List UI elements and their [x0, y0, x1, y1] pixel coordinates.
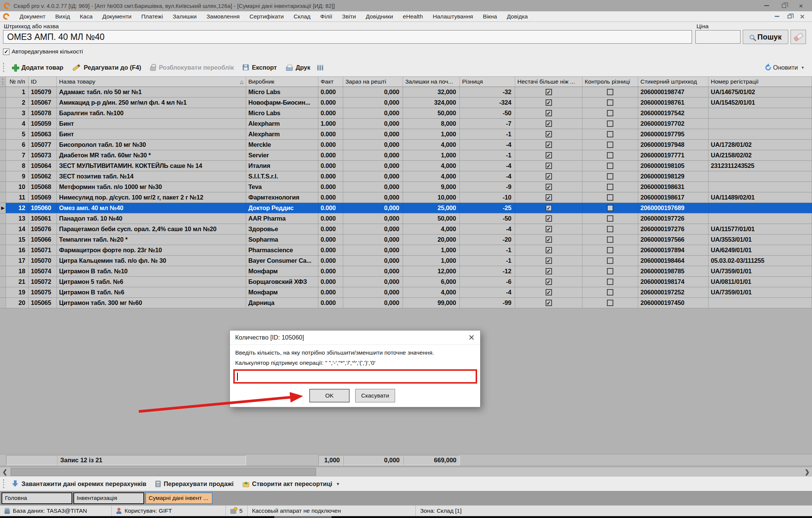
shortage-checkbox[interactable]: [546, 89, 552, 95]
control-checkbox[interactable]: [607, 236, 613, 243]
control-checkbox[interactable]: [607, 194, 613, 201]
control-checkbox[interactable]: [607, 289, 613, 296]
control-checkbox[interactable]: [607, 163, 613, 169]
tab-active[interactable]: Сумарні дані інвент ...: [145, 492, 213, 504]
menu-item[interactable]: Вихід: [50, 13, 75, 20]
load-recounts-button[interactable]: Завантажити дані окремих перерахунків: [8, 480, 151, 488]
menu-item[interactable]: Документи: [97, 13, 136, 20]
search-button[interactable]: Пошук: [743, 30, 788, 44]
act-dropdown-icon[interactable]: ▾: [337, 481, 339, 486]
shortage-checkbox[interactable]: [546, 268, 552, 274]
table-row[interactable]: 16 105071 Фармацитрон форте пор. 23г №10…: [0, 245, 812, 256]
shortage-checkbox[interactable]: [546, 99, 552, 106]
scroll-left-icon[interactable]: ❮: [0, 467, 10, 477]
table-row[interactable]: 20 105065 Цитрамон табл. 300 мг №60 Дарн…: [0, 298, 812, 308]
header-reg[interactable]: Номер регістрації: [709, 77, 812, 87]
unlock-recount-button[interactable]: Розблокувати переоблік: [146, 64, 238, 71]
control-checkbox[interactable]: [607, 300, 613, 306]
menu-item[interactable]: Замовлення: [202, 13, 245, 20]
control-checkbox[interactable]: [607, 110, 613, 116]
table-row[interactable]: 19 105075 Цитрамон В табл. №6 Монфарм 0.…: [0, 287, 812, 298]
header-num[interactable]: № п/п: [6, 77, 29, 87]
restore-icon[interactable]: [782, 4, 786, 8]
shortage-checkbox[interactable]: [546, 300, 552, 306]
control-checkbox[interactable]: [607, 215, 613, 222]
edit-button[interactable]: Редагувати до (F4): [68, 64, 146, 71]
mdi-restore-icon[interactable]: [788, 15, 792, 18]
control-checkbox[interactable]: [607, 257, 613, 264]
close-icon[interactable]: ×: [799, 2, 803, 9]
minimize-icon[interactable]: [764, 5, 769, 6]
header-start[interactable]: Залишки на поч...: [403, 77, 460, 87]
control-checkbox[interactable]: [607, 173, 613, 180]
menu-item[interactable]: Філії: [315, 13, 337, 20]
control-checkbox[interactable]: [607, 131, 613, 137]
menu-item[interactable]: Вікна: [478, 13, 502, 20]
dialog-close-icon[interactable]: ✕: [463, 331, 480, 344]
table-row[interactable]: 2 105067 Амикацид р-р д/ин. 250 мг/мл фл…: [0, 98, 812, 108]
control-checkbox[interactable]: [607, 279, 613, 285]
table-row[interactable]: 7 105073 Диабетон MR табл. 60мг №30 * Se…: [0, 150, 812, 161]
header-sticker[interactable]: Стикерний штрихкод: [638, 77, 709, 87]
header-id[interactable]: ID: [29, 77, 57, 87]
shortage-checkbox[interactable]: [546, 257, 552, 264]
table-row[interactable]: 21 105072 Цитрамон 5 табл. №6 Борщаговск…: [0, 277, 812, 287]
table-row[interactable]: 5 105063 Бинт Alexpharm 0.000 0,000 1,00…: [0, 129, 812, 140]
menu-item[interactable]: Налаштування: [428, 13, 478, 20]
ok-button[interactable]: OK: [309, 389, 350, 402]
table-row[interactable]: 9 105062 ЗЕСТ позитив табл. №14 S.I.I.T.…: [0, 171, 812, 182]
menu-item[interactable]: Документ: [15, 13, 50, 20]
table-row[interactable]: 4 105059 Бинт Alexpharm 1.000 0,000 8,00…: [0, 119, 812, 129]
tab-inactive[interactable]: Інвентаризація: [73, 492, 144, 504]
menu-item[interactable]: eHealth: [398, 13, 428, 20]
table-row[interactable]: 8 105064 ЗЕСТ МУЛЬТИВИТАМИН. КОКТЕЙЛЬ са…: [0, 161, 812, 171]
control-checkbox[interactable]: [607, 184, 613, 190]
header-now[interactable]: Зараз на решті: [343, 77, 403, 87]
shortage-checkbox[interactable]: [546, 131, 552, 137]
menu-item[interactable]: Звіти: [337, 13, 361, 20]
scroll-right-icon[interactable]: ❯: [802, 467, 812, 477]
shortage-checkbox[interactable]: [546, 152, 552, 158]
control-checkbox[interactable]: [607, 205, 613, 211]
header-name[interactable]: Назва товару △: [57, 77, 246, 87]
control-checkbox[interactable]: [607, 99, 613, 106]
shortage-checkbox[interactable]: [546, 236, 552, 243]
shortage-checkbox[interactable]: [546, 205, 552, 211]
recalc-sales-button[interactable]: Перерахувати продажі: [151, 480, 238, 488]
tab-inactive[interactable]: Головна: [2, 492, 72, 504]
shortage-checkbox[interactable]: [546, 110, 552, 116]
shortage-checkbox[interactable]: [546, 173, 552, 180]
control-checkbox[interactable]: [607, 152, 613, 158]
menu-item[interactable]: Платежі: [136, 13, 168, 20]
horizontal-scrollbar[interactable]: ❮ ❯: [0, 467, 812, 477]
shortage-checkbox[interactable]: [546, 289, 552, 296]
create-act-button[interactable]: Створити акт пересортиці ▾: [238, 480, 344, 488]
price-input[interactable]: [695, 30, 741, 44]
header-producer[interactable]: Виробник: [246, 77, 318, 87]
barcode-input[interactable]: [3, 30, 692, 44]
quantity-input[interactable]: [233, 369, 477, 384]
menu-item[interactable]: Залишки: [168, 13, 202, 20]
menu-item[interactable]: Каса: [75, 13, 97, 20]
autoedit-checkbox[interactable]: ✓: [3, 49, 9, 55]
mdi-close-icon[interactable]: ×: [800, 13, 804, 20]
table-row[interactable]: 13 105061 Панадол таб. 10 №40 AAR Pharma…: [0, 213, 812, 224]
refresh-dropdown-icon[interactable]: ▾: [801, 65, 804, 70]
shortage-checkbox[interactable]: [546, 226, 552, 232]
add-item-button[interactable]: Додати товар: [8, 64, 68, 71]
shortage-checkbox[interactable]: [546, 184, 552, 190]
header-control[interactable]: Контроль різниці: [582, 77, 638, 87]
shortage-checkbox[interactable]: [546, 142, 552, 148]
header-diff[interactable]: Різниця: [460, 77, 515, 87]
menu-item[interactable]: Довідка: [502, 13, 533, 20]
menu-item[interactable]: Склад: [289, 13, 315, 20]
table-row[interactable]: 18 105074 Цитрамон В табл. №10 Монфарм 0…: [0, 266, 812, 277]
cancel-button[interactable]: Скасувати: [355, 389, 395, 402]
shortage-checkbox[interactable]: [546, 120, 552, 127]
menu-item[interactable]: Сертифікати: [245, 13, 289, 20]
table-row[interactable]: 6 105077 Бисопролол табл. 10 мг №30 Merc…: [0, 140, 812, 150]
table-row[interactable]: 11 105069 Нимесулид пор. д/сусп. 100 мг/…: [0, 192, 812, 203]
scrollbar-thumb[interactable]: [11, 468, 316, 476]
clear-button[interactable]: [791, 30, 806, 44]
table-row[interactable]: 17 105070 Цитра Кальцемин таб. п/о фл. №…: [0, 256, 812, 266]
